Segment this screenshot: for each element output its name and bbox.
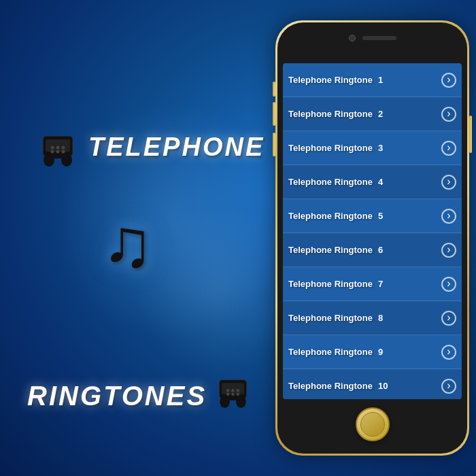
ringtone-label-1: Telephone Ringtone <box>288 75 373 85</box>
svg-point-6 <box>56 146 60 150</box>
phone-top-bar <box>349 35 396 41</box>
phone-speaker <box>362 36 396 40</box>
ringtone-label-3: Telephone Ringtone <box>288 143 373 153</box>
volume-up-button <box>273 102 275 126</box>
svg-rect-15 <box>225 396 241 401</box>
phone-inner-frame: Telephone Ringtone1Telephone Ringtone2Te… <box>277 22 467 454</box>
telephone-icon-top <box>37 133 78 182</box>
svg-point-7 <box>62 146 65 150</box>
ringtones-heading: RINGTONES <box>27 381 207 411</box>
svg-point-16 <box>226 389 230 392</box>
ringtone-number-9: 9 <box>378 347 383 357</box>
svg-rect-1 <box>46 139 70 152</box>
svg-rect-4 <box>49 154 67 158</box>
chevron-icon-4 <box>441 175 456 190</box>
ringtone-number-2: 2 <box>378 109 383 119</box>
chevron-icon-5 <box>441 209 456 224</box>
phone-home-button-inner <box>360 412 385 437</box>
ringtone-label-5: Telephone Ringtone <box>288 211 373 221</box>
ringtone-item-9[interactable]: Telephone Ringtone9 <box>283 335 462 369</box>
ringtone-number-10: 10 <box>378 381 388 391</box>
ringtone-item-2[interactable]: Telephone Ringtone2 <box>283 97 462 131</box>
ringtone-item-10[interactable]: Telephone Ringtone10 <box>283 369 462 399</box>
ringtone-item-8[interactable]: Telephone Ringtone8 <box>283 301 462 335</box>
chevron-icon-3 <box>441 141 456 156</box>
phone-outer-frame: Telephone Ringtone1Telephone Ringtone2Te… <box>275 20 469 456</box>
chevron-icon-10 <box>441 379 456 394</box>
svg-point-18 <box>237 389 240 392</box>
power-button <box>469 116 472 153</box>
ringtone-number-7: 7 <box>378 279 383 289</box>
ringtone-item-1[interactable]: Telephone Ringtone1 <box>283 63 462 97</box>
volume-down-button <box>273 133 275 156</box>
phone-mockup: Telephone Ringtone1Telephone Ringtone2Te… <box>275 20 469 456</box>
ringtone-label-10: Telephone Ringtone <box>288 381 373 391</box>
svg-point-21 <box>237 392 240 396</box>
ringtone-number-5: 5 <box>378 211 383 221</box>
ringtone-label-2: Telephone Ringtone <box>288 109 373 119</box>
phone-screen: Telephone Ringtone1Telephone Ringtone2Te… <box>283 63 462 399</box>
ringtone-item-5[interactable]: Telephone Ringtone5 <box>283 199 462 233</box>
svg-rect-12 <box>222 383 244 394</box>
music-note-large-icon: ♫ <box>102 204 153 282</box>
ringtone-label-7: Telephone Ringtone <box>288 279 373 289</box>
chevron-icon-2 <box>441 107 456 122</box>
chevron-icon-7 <box>441 277 456 292</box>
ringtone-number-1: 1 <box>378 75 383 85</box>
ringtone-item-3[interactable]: Telephone Ringtone3 <box>283 131 462 165</box>
svg-point-9 <box>56 150 60 154</box>
ringtone-number-6: 6 <box>378 245 383 255</box>
ringtone-list: Telephone Ringtone1Telephone Ringtone2Te… <box>283 63 462 399</box>
ringtone-label-6: Telephone Ringtone <box>288 245 373 255</box>
ringtone-item-7[interactable]: Telephone Ringtone7 <box>283 267 462 301</box>
svg-point-19 <box>226 392 230 396</box>
ringtone-number-3: 3 <box>378 143 383 153</box>
ringtone-number-4: 4 <box>378 177 383 187</box>
svg-point-8 <box>51 150 54 154</box>
ringtone-item-4[interactable]: Telephone Ringtone4 <box>283 165 462 199</box>
phone-camera <box>349 35 356 41</box>
telephone-heading: TELEPHONE <box>88 133 265 162</box>
svg-point-20 <box>231 392 235 396</box>
phone-home-button[interactable] <box>356 407 390 441</box>
telephone-icon-bottom <box>214 377 252 422</box>
svg-point-10 <box>62 150 65 154</box>
ringtone-label-9: Telephone Ringtone <box>288 347 373 357</box>
ringtone-label-8: Telephone Ringtone <box>288 313 373 323</box>
chevron-icon-1 <box>441 73 456 88</box>
chevron-icon-9 <box>441 345 456 360</box>
svg-point-5 <box>51 146 54 150</box>
left-section: TELEPHONE ♫ RINGTONES <box>14 0 279 476</box>
mute-button <box>273 82 275 97</box>
chevron-icon-8 <box>441 311 456 326</box>
ringtone-number-8: 8 <box>378 313 383 323</box>
ringtone-item-6[interactable]: Telephone Ringtone6 <box>283 233 462 267</box>
ringtone-label-4: Telephone Ringtone <box>288 177 373 187</box>
svg-point-17 <box>231 389 235 392</box>
chevron-icon-6 <box>441 243 456 258</box>
